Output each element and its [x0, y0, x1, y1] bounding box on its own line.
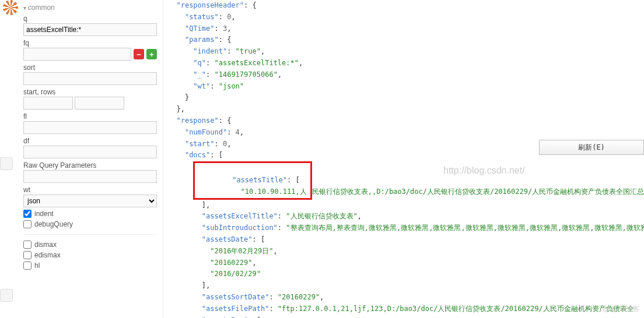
hl-label: hl: [34, 262, 40, 270]
refresh-button[interactable]: 刷新(E): [539, 140, 644, 155]
fl-label: fl: [23, 112, 157, 121]
debugquery-checkbox[interactable]: [23, 220, 32, 228]
solr-logo-icon: [3, 0, 19, 16]
start-input[interactable]: [23, 97, 73, 109]
q-label: q: [23, 15, 157, 23]
side-tab-2[interactable]: [0, 289, 13, 302]
dismax-label: dismax: [34, 241, 57, 249]
query-sidebar: common q fq − + sort start, rows fl df R…: [0, 0, 163, 318]
q-input[interactable]: [23, 23, 157, 36]
fq-add-button[interactable]: +: [146, 49, 157, 59]
json-response-panel: 刷新(E) http://blog.csdn.net/ "responseHea…: [163, 0, 644, 318]
raw-params-input[interactable]: [23, 170, 157, 183]
edismax-checkbox[interactable]: [23, 251, 32, 259]
dismax-checkbox[interactable]: [23, 241, 32, 249]
indent-checkbox[interactable]: [23, 210, 32, 218]
fl-input[interactable]: [23, 121, 157, 134]
fq-label: fq: [23, 39, 157, 47]
rows-input[interactable]: [75, 97, 124, 109]
df-input[interactable]: [23, 146, 157, 158]
df-label: df: [23, 137, 157, 145]
start-rows-label: start, rows: [23, 88, 157, 96]
wt-label: wt: [23, 186, 157, 194]
hl-checkbox[interactable]: [23, 262, 32, 270]
debugquery-label: debugQuery: [34, 220, 73, 228]
wt-select[interactable]: json: [23, 195, 157, 207]
indent-label: indent: [34, 210, 54, 218]
edismax-label: edismax: [34, 251, 61, 259]
side-tab-1[interactable]: [0, 157, 13, 170]
raw-params-label: Raw Query Parameters: [23, 161, 157, 169]
fq-remove-button[interactable]: −: [134, 49, 144, 59]
assets-title-highlight: "assetsTitle": [ "10.10.90.111,人: [193, 161, 312, 199]
common-section-header[interactable]: common: [23, 3, 157, 12]
divider: [23, 234, 157, 235]
fq-input[interactable]: [23, 48, 131, 61]
sort-input[interactable]: [23, 72, 157, 85]
json-output: "responseHeader": { "status": 0, "QTime"…: [168, 0, 639, 318]
sort-label: sort: [23, 63, 157, 72]
